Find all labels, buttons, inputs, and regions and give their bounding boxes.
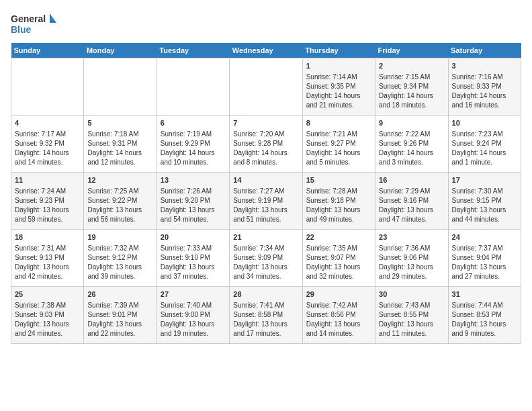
calendar-cell: 25Sunrise: 7:38 AM Sunset: 9:03 PM Dayli… (11, 287, 84, 344)
day-info: Sunrise: 7:18 AM Sunset: 9:31 PM Dayligh… (87, 130, 152, 167)
day-number: 29 (306, 289, 371, 300)
day-number: 19 (87, 232, 152, 242)
calendar-cell: 29Sunrise: 7:42 AM Sunset: 8:56 PM Dayli… (302, 287, 375, 344)
day-info: Sunrise: 7:23 AM Sunset: 9:24 PM Dayligh… (452, 130, 517, 167)
day-header-monday: Monday (84, 43, 157, 58)
day-info: Sunrise: 7:25 AM Sunset: 9:22 PM Dayligh… (87, 187, 152, 224)
page-header: GeneralBlue (11, 11, 521, 38)
day-info: Sunrise: 7:31 AM Sunset: 9:13 PM Dayligh… (15, 244, 80, 281)
week-row-3: 11Sunrise: 7:24 AM Sunset: 9:23 PM Dayli… (11, 173, 521, 230)
day-number: 28 (233, 289, 298, 300)
calendar-cell: 19Sunrise: 7:32 AM Sunset: 9:12 PM Dayli… (84, 230, 157, 287)
calendar-cell: 7Sunrise: 7:20 AM Sunset: 9:28 PM Daylig… (230, 116, 302, 173)
calendar-cell: 18Sunrise: 7:31 AM Sunset: 9:13 PM Dayli… (11, 230, 84, 287)
calendar-cell: 27Sunrise: 7:40 AM Sunset: 9:00 PM Dayli… (157, 287, 229, 344)
day-info: Sunrise: 7:22 AM Sunset: 9:26 PM Dayligh… (379, 130, 444, 167)
day-number: 18 (15, 232, 80, 242)
day-info: Sunrise: 7:27 AM Sunset: 9:19 PM Dayligh… (233, 187, 298, 224)
day-number: 30 (379, 289, 444, 300)
calendar-cell: 22Sunrise: 7:35 AM Sunset: 9:07 PM Dayli… (302, 230, 375, 287)
calendar-cell: 28Sunrise: 7:41 AM Sunset: 8:58 PM Dayli… (230, 287, 302, 344)
calendar-cell: 10Sunrise: 7:23 AM Sunset: 9:24 PM Dayli… (448, 116, 521, 173)
svg-text:General: General (11, 13, 46, 24)
day-info: Sunrise: 7:26 AM Sunset: 9:20 PM Dayligh… (161, 187, 226, 224)
calendar-cell: 24Sunrise: 7:37 AM Sunset: 9:04 PM Dayli… (448, 230, 521, 287)
day-info: Sunrise: 7:40 AM Sunset: 9:00 PM Dayligh… (161, 301, 226, 338)
day-number: 21 (233, 232, 298, 242)
calendar-cell: 12Sunrise: 7:25 AM Sunset: 9:22 PM Dayli… (84, 173, 157, 230)
day-number: 17 (452, 175, 517, 185)
day-number: 3 (452, 61, 517, 71)
calendar-cell: 13Sunrise: 7:26 AM Sunset: 9:20 PM Dayli… (157, 173, 229, 230)
day-number: 6 (161, 118, 226, 128)
week-row-2: 4Sunrise: 7:17 AM Sunset: 9:32 PM Daylig… (11, 116, 521, 173)
day-info: Sunrise: 7:37 AM Sunset: 9:04 PM Dayligh… (452, 244, 517, 281)
calendar-cell: 31Sunrise: 7:44 AM Sunset: 8:53 PM Dayli… (448, 287, 521, 344)
day-number: 23 (379, 232, 444, 242)
day-info: Sunrise: 7:29 AM Sunset: 9:16 PM Dayligh… (379, 187, 444, 224)
day-info: Sunrise: 7:24 AM Sunset: 9:23 PM Dayligh… (15, 187, 80, 224)
calendar-cell: 20Sunrise: 7:33 AM Sunset: 9:10 PM Dayli… (157, 230, 229, 287)
day-info: Sunrise: 7:30 AM Sunset: 9:15 PM Dayligh… (452, 187, 517, 224)
day-info: Sunrise: 7:17 AM Sunset: 9:32 PM Dayligh… (15, 130, 80, 167)
day-header-thursday: Thursday (302, 43, 375, 58)
calendar-cell: 30Sunrise: 7:43 AM Sunset: 8:55 PM Dayli… (375, 287, 448, 344)
week-row-1: 1Sunrise: 7:14 AM Sunset: 9:35 PM Daylig… (11, 58, 521, 116)
logo: GeneralBlue (11, 11, 58, 38)
calendar-cell: 15Sunrise: 7:28 AM Sunset: 9:18 PM Dayli… (302, 173, 375, 230)
day-header-friday: Friday (375, 43, 448, 58)
day-header-tuesday: Tuesday (157, 43, 229, 58)
day-info: Sunrise: 7:16 AM Sunset: 9:33 PM Dayligh… (452, 73, 517, 110)
day-number: 22 (306, 232, 371, 242)
calendar-cell: 26Sunrise: 7:39 AM Sunset: 9:01 PM Dayli… (84, 287, 157, 344)
day-number: 2 (379, 61, 444, 71)
day-number: 1 (306, 61, 371, 71)
calendar-cell: 2Sunrise: 7:15 AM Sunset: 9:34 PM Daylig… (375, 58, 448, 116)
day-info: Sunrise: 7:35 AM Sunset: 9:07 PM Dayligh… (306, 244, 371, 281)
calendar-cell (230, 58, 302, 116)
calendar-cell: 11Sunrise: 7:24 AM Sunset: 9:23 PM Dayli… (11, 173, 84, 230)
day-info: Sunrise: 7:32 AM Sunset: 9:12 PM Dayligh… (87, 244, 152, 281)
calendar-cell (11, 58, 84, 116)
day-number: 7 (233, 118, 298, 128)
day-info: Sunrise: 7:21 AM Sunset: 9:27 PM Dayligh… (306, 130, 371, 167)
day-info: Sunrise: 7:33 AM Sunset: 9:10 PM Dayligh… (161, 244, 226, 281)
day-number: 12 (87, 175, 152, 185)
calendar-cell: 1Sunrise: 7:14 AM Sunset: 9:35 PM Daylig… (302, 58, 375, 116)
day-info: Sunrise: 7:42 AM Sunset: 8:56 PM Dayligh… (306, 301, 371, 338)
day-number: 20 (161, 232, 226, 242)
week-row-4: 18Sunrise: 7:31 AM Sunset: 9:13 PM Dayli… (11, 230, 521, 287)
day-number: 4 (15, 118, 80, 128)
day-number: 25 (15, 289, 80, 300)
day-number: 11 (15, 175, 80, 185)
day-number: 5 (87, 118, 152, 128)
day-number: 26 (87, 289, 152, 300)
calendar-cell (157, 58, 229, 116)
week-row-5: 25Sunrise: 7:38 AM Sunset: 9:03 PM Dayli… (11, 287, 521, 344)
day-info: Sunrise: 7:39 AM Sunset: 9:01 PM Dayligh… (87, 301, 152, 338)
day-number: 27 (161, 289, 226, 300)
day-info: Sunrise: 7:28 AM Sunset: 9:18 PM Dayligh… (306, 187, 371, 224)
day-number: 14 (233, 175, 298, 185)
day-info: Sunrise: 7:41 AM Sunset: 8:58 PM Dayligh… (233, 301, 298, 338)
day-info: Sunrise: 7:19 AM Sunset: 9:29 PM Dayligh… (161, 130, 226, 167)
calendar-cell: 23Sunrise: 7:36 AM Sunset: 9:06 PM Dayli… (375, 230, 448, 287)
day-number: 24 (452, 232, 517, 242)
calendar-cell: 17Sunrise: 7:30 AM Sunset: 9:15 PM Dayli… (448, 173, 521, 230)
calendar-cell: 6Sunrise: 7:19 AM Sunset: 9:29 PM Daylig… (157, 116, 229, 173)
calendar-cell: 16Sunrise: 7:29 AM Sunset: 9:16 PM Dayli… (375, 173, 448, 230)
day-number: 31 (452, 289, 517, 300)
calendar-cell: 3Sunrise: 7:16 AM Sunset: 9:33 PM Daylig… (448, 58, 521, 116)
day-number: 16 (379, 175, 444, 185)
day-number: 8 (306, 118, 371, 128)
day-header-saturday: Saturday (448, 43, 521, 58)
svg-text:Blue: Blue (11, 24, 32, 35)
calendar-table: SundayMondayTuesdayWednesdayThursdayFrid… (11, 43, 521, 344)
calendar-cell: 8Sunrise: 7:21 AM Sunset: 9:27 PM Daylig… (302, 116, 375, 173)
logo-svg: GeneralBlue (11, 11, 58, 38)
day-info: Sunrise: 7:38 AM Sunset: 9:03 PM Dayligh… (15, 301, 80, 338)
header-row: SundayMondayTuesdayWednesdayThursdayFrid… (11, 43, 521, 58)
day-number: 9 (379, 118, 444, 128)
day-header-sunday: Sunday (11, 43, 84, 58)
calendar-cell (84, 58, 157, 116)
